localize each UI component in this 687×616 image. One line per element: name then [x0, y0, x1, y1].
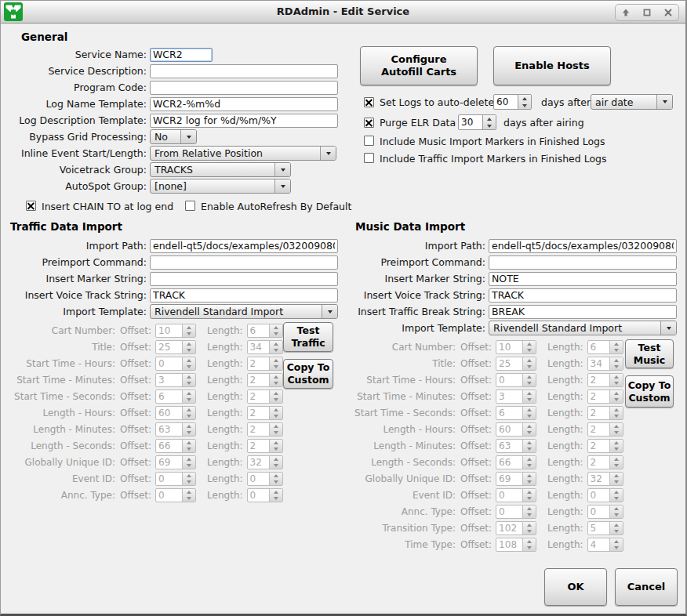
- spinner-arrows: [269, 489, 282, 502]
- offset-spinbox: 10: [496, 340, 536, 354]
- length-label: Length:: [207, 440, 242, 451]
- traffic-copy-to-custom-button[interactable]: Copy To Custom: [283, 359, 333, 389]
- offset-spinbox: 3: [496, 390, 536, 404]
- auto-delete-basis-combobox[interactable]: air date: [591, 94, 673, 110]
- ok-button[interactable]: OK: [544, 568, 607, 606]
- test-traffic-button[interactable]: Test Traffic: [283, 322, 333, 352]
- auto-delete-checkbox[interactable]: [364, 97, 374, 107]
- insert-chain-checkbox[interactable]: [26, 201, 36, 211]
- log-name-template-input[interactable]: [150, 97, 338, 111]
- offset-label: Offset:: [460, 506, 492, 517]
- traffic-import-template-combobox[interactable]: Rivendell Standard Import: [150, 304, 338, 319]
- offset-spinbox: 0: [155, 488, 196, 502]
- offset-spinbox: 25: [155, 340, 196, 354]
- purge-elr-checkbox[interactable]: [364, 118, 374, 128]
- maximize-button[interactable]: [637, 8, 658, 17]
- inline-event-combobox[interactable]: From Relative Position: [150, 146, 336, 161]
- length-label: Length:: [547, 457, 583, 468]
- length-label: Length:: [207, 490, 242, 501]
- offset-spinbox: 0: [155, 472, 196, 486]
- traffic-insert-marker-row: Insert Marker String:: [9, 270, 341, 287]
- service-description-input[interactable]: [150, 64, 338, 78]
- traffic-preimport-input[interactable]: [150, 255, 338, 270]
- field-name-label: Annc. Type:: [349, 506, 456, 517]
- cancel-button[interactable]: Cancel: [615, 568, 678, 606]
- autospot-group-label: AutoSpot Group:: [9, 180, 147, 192]
- music-copy-to-custom-button[interactable]: Copy To Custom: [625, 375, 674, 408]
- spinner-arrows: [522, 407, 536, 419]
- length-spinbox: 0: [247, 488, 283, 502]
- field-name-label: Start Time - Minutes:: [9, 375, 115, 386]
- voicetrack-group-row: Voicetrack Group: TRACKS: [9, 161, 341, 178]
- spinner-arrows: [522, 357, 536, 370]
- offset-length-row: Globally Unique ID: Offset: 69 Length: 3…: [9, 454, 283, 470]
- service-name-input[interactable]: [150, 48, 213, 62]
- offset-label: Offset:: [120, 391, 151, 402]
- chevron-down-icon: [274, 179, 290, 193]
- length-spinbox: 34: [587, 357, 623, 371]
- bypass-grid-combobox[interactable]: No: [150, 129, 197, 144]
- length-spinbox: 2: [587, 455, 623, 469]
- shade-button[interactable]: [616, 8, 637, 17]
- offset-label: Offset:: [120, 358, 151, 369]
- traffic-offset-table: Cart Number: Offset: 10 Length: 6 Title:…: [9, 322, 283, 503]
- spinner-arrows[interactable]: [482, 115, 496, 129]
- traffic-import-path-input[interactable]: [150, 239, 338, 253]
- include-traffic-markers-checkbox[interactable]: [364, 153, 374, 163]
- music-preimport-input[interactable]: [489, 255, 677, 270]
- spinner-arrows: [522, 456, 536, 469]
- music-import-path-input[interactable]: [489, 239, 677, 253]
- offset-spinbox: 0: [155, 357, 196, 371]
- auto-delete-days-spinbox[interactable]: 60: [493, 94, 532, 110]
- field-name-label: Length - Seconds:: [349, 457, 456, 468]
- offset-length-row: Title: Offset: 25 Length: 34: [9, 339, 283, 355]
- close-button[interactable]: [657, 8, 678, 17]
- chevron-down-icon: [320, 147, 336, 160]
- field-name-label: Length - Hours:: [9, 408, 115, 419]
- offset-length-row: Annc. Type: Offset: 0 Length: 0: [9, 487, 283, 503]
- music-import-template-combobox[interactable]: Rivendell Standard Import: [489, 321, 677, 335]
- chevron-down-icon: [322, 305, 337, 318]
- offset-label: Offset:: [460, 358, 492, 369]
- log-description-template-input[interactable]: [150, 114, 338, 128]
- log-description-template-row: Log Description Template:: [9, 112, 341, 129]
- field-name-label: Time Type:: [349, 539, 456, 550]
- service-description-row: Service Description:: [9, 63, 341, 79]
- voicetrack-group-combobox[interactable]: TRACKS: [150, 162, 291, 177]
- music-insert-voice-track-label: Insert Voice Track String:: [349, 289, 485, 301]
- spinner-arrows[interactable]: [518, 95, 531, 109]
- traffic-insert-voice-track-input[interactable]: [150, 288, 338, 303]
- include-traffic-markers-label: Include Traffic Import Markers in Finish…: [380, 152, 607, 165]
- spinner-arrows: [609, 423, 623, 436]
- length-label: Length:: [207, 358, 242, 369]
- length-label: Length:: [207, 457, 242, 468]
- enable-hosts-button[interactable]: Enable Hosts: [493, 46, 611, 85]
- service-name-label: Service Name:: [9, 49, 147, 60]
- chevron-down-icon: [274, 163, 290, 176]
- spinner-arrows: [522, 505, 536, 518]
- music-insert-marker-input[interactable]: [489, 272, 677, 286]
- log-name-template-label: Log Name Template:: [9, 98, 147, 110]
- spinner-arrows: [609, 374, 623, 386]
- traffic-insert-voice-track-label: Insert Voice Track String:: [9, 289, 147, 301]
- music-insert-voice-track-input[interactable]: [489, 288, 677, 303]
- configure-autofill-carts-button[interactable]: Configure Autofill Carts: [360, 46, 478, 85]
- music-insert-voice-track-row: Insert Voice Track String:: [349, 287, 680, 303]
- offset-spinbox: 63: [155, 422, 196, 437]
- spinner-arrows: [269, 440, 282, 452]
- log-name-template-row: Log Name Template:: [9, 96, 341, 112]
- traffic-insert-marker-input[interactable]: [150, 272, 338, 286]
- include-music-markers-checkbox[interactable]: [364, 136, 374, 146]
- test-music-button[interactable]: Test Music: [625, 339, 674, 368]
- enable-autorefresh-checkbox[interactable]: [185, 201, 195, 211]
- close-icon: [663, 8, 673, 17]
- titlebar[interactable]: RDAdmin - Edit Service: [1, 1, 685, 24]
- spinner-arrows: [182, 374, 195, 386]
- purge-elr-days-spinbox[interactable]: 30: [458, 114, 496, 130]
- shade-icon: [621, 8, 631, 17]
- music-insert-traffic-break-input[interactable]: [489, 305, 677, 319]
- autospot-group-combobox[interactable]: [none]: [150, 179, 291, 194]
- program-code-input[interactable]: [150, 81, 338, 95]
- offset-label: Offset:: [120, 457, 151, 468]
- days-after-label: days after: [541, 96, 591, 109]
